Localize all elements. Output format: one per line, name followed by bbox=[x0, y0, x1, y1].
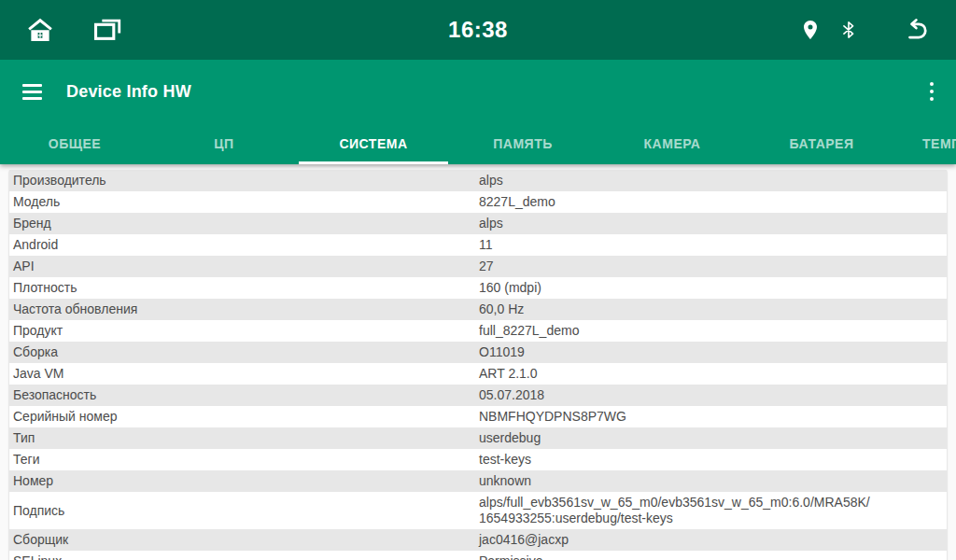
tab-5[interactable]: КАМЕРА bbox=[598, 123, 747, 164]
table-row: Безопасность 05.07.2018 bbox=[9, 385, 947, 406]
property-label: API bbox=[9, 256, 479, 277]
tab-label: БАТАРЕЯ bbox=[790, 136, 854, 151]
property-value: test-keys bbox=[479, 449, 947, 470]
table-row: API 27 bbox=[9, 256, 947, 277]
tab-3[interactable]: СИСТЕМА bbox=[299, 123, 448, 164]
app-bar: Device Info HW ОБЩЕЕ ЦП СИСТЕМА ПАМЯТЬ К… bbox=[0, 60, 956, 164]
property-value: alps bbox=[479, 170, 947, 191]
tab-7[interactable]: ТЕМП bbox=[896, 123, 956, 164]
overflow-menu-button[interactable] bbox=[926, 78, 938, 105]
table-row: Сборка O11019 bbox=[9, 342, 947, 363]
tab-label: КАМЕРА bbox=[644, 136, 701, 151]
page-title: Device Info HW bbox=[66, 82, 191, 102]
screen: 16:38 bbox=[0, 0, 956, 560]
tab-label: ЦП bbox=[214, 136, 233, 151]
property-label: Java VM bbox=[9, 363, 479, 385]
property-label: Продукт bbox=[9, 320, 479, 342]
property-value: unknown bbox=[479, 470, 947, 492]
property-label: Подпись bbox=[9, 500, 479, 522]
property-label: SELinux bbox=[9, 551, 479, 560]
table-row: Android 11 bbox=[9, 234, 947, 256]
tab-4[interactable]: ПАМЯТЬ bbox=[448, 123, 598, 164]
tab-label: ПАМЯТЬ bbox=[493, 136, 553, 151]
status-bar: 16:38 bbox=[0, 0, 956, 60]
property-label: Безопасность bbox=[9, 385, 479, 406]
property-label: Плотность bbox=[9, 277, 479, 299]
property-label: Серийный номер bbox=[9, 406, 479, 427]
table-row: Номер unknown bbox=[9, 470, 947, 492]
property-label: Частота обновления bbox=[9, 299, 479, 320]
tab-6[interactable]: БАТАРЕЯ bbox=[747, 123, 896, 164]
property-value: ART 2.1.0 bbox=[479, 363, 947, 385]
content-area: Производитель alps Модель 8227L_demo Бре… bbox=[0, 164, 956, 560]
property-label: Производитель bbox=[9, 170, 479, 191]
property-value: 8227L_demo bbox=[479, 191, 947, 213]
property-value: NBMFHQYDPNS8P7WG bbox=[479, 406, 947, 427]
property-label: Теги bbox=[9, 449, 479, 470]
table-row: Тип userdebug bbox=[9, 427, 947, 449]
table-row: SELinux Permissive bbox=[9, 551, 947, 560]
table-row: Частота обновления 60,0 Hz bbox=[9, 299, 947, 320]
property-label: Номер bbox=[9, 470, 479, 492]
property-value: 05.07.2018 bbox=[479, 385, 947, 406]
table-row: Java VM ART 2.1.0 bbox=[9, 363, 947, 385]
tab-bar: ОБЩЕЕ ЦП СИСТЕМА ПАМЯТЬ КАМЕРА БАТАРЕЯ Т… bbox=[0, 123, 956, 164]
table-row: Продукт full_8227L_demo bbox=[9, 320, 947, 342]
property-value: alps bbox=[479, 213, 947, 234]
property-value: 27 bbox=[479, 256, 947, 277]
property-label: Android bbox=[9, 234, 479, 256]
property-label: Сборщик bbox=[9, 529, 479, 551]
overflow-menu-icon bbox=[930, 82, 935, 87]
property-value: full_8227L_demo bbox=[479, 320, 947, 342]
property-label: Бренд bbox=[9, 213, 479, 234]
table-row: Модель 8227L_demo bbox=[9, 191, 947, 213]
table-row: Бренд alps bbox=[9, 213, 947, 234]
tab-label: ОБЩЕЕ bbox=[49, 136, 101, 151]
property-value: alps/full_evb3561sv_w_65_m0/evb3561sv_w_… bbox=[479, 492, 947, 529]
toolbar: Device Info HW bbox=[0, 60, 956, 123]
property-value: Permissive bbox=[479, 551, 947, 560]
property-value: jac0416@jacxp bbox=[479, 529, 947, 551]
property-value: 60,0 Hz bbox=[479, 299, 947, 320]
tab-label: СИСТЕМА bbox=[339, 136, 407, 151]
tab-label: ТЕМП bbox=[922, 136, 956, 151]
menu-button[interactable] bbox=[22, 84, 42, 100]
property-value: O11019 bbox=[479, 342, 947, 363]
tab-1[interactable]: ОБЩЕЕ bbox=[0, 123, 149, 164]
menu-icon bbox=[22, 84, 42, 87]
table-row: Производитель alps bbox=[9, 170, 947, 191]
property-label: Тип bbox=[9, 427, 479, 449]
table-row: Теги test-keys bbox=[9, 449, 947, 470]
tab-2[interactable]: ЦП bbox=[149, 123, 299, 164]
table-row: Плотность 160 (mdpi) bbox=[9, 277, 947, 299]
system-table: Производитель alps Модель 8227L_demo Бре… bbox=[9, 170, 947, 560]
table-row: Подпись alps/full_evb3561sv_w_65_m0/evb3… bbox=[9, 492, 947, 529]
property-value: userdebug bbox=[479, 427, 947, 449]
status-time: 16:38 bbox=[0, 17, 956, 43]
property-value: 160 (mdpi) bbox=[479, 277, 947, 299]
table-row: Сборщик jac0416@jacxp bbox=[9, 529, 947, 551]
table-row: Серийный номер NBMFHQYDPNS8P7WG bbox=[9, 406, 947, 427]
property-label: Модель bbox=[9, 191, 479, 213]
property-label: Сборка bbox=[9, 342, 479, 363]
property-value: 11 bbox=[479, 234, 947, 256]
